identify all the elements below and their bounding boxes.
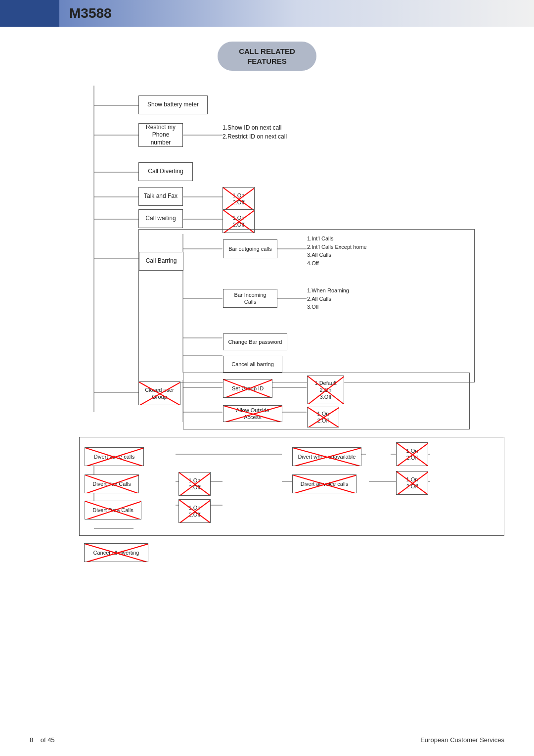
call-related-features-title: CALL RELATED FEATURES	[218, 42, 316, 71]
divert-all-voice-onoff: 1.On2.Off	[396, 471, 428, 495]
divert-data-onoff: 1.On2.Off	[178, 499, 211, 523]
cancel-all-barring-box: Cancel all barring	[223, 356, 282, 373]
divert-fax-box: Divert Fax Calls	[85, 474, 139, 493]
page-footer: 8 of 45 European Customer Services	[30, 736, 504, 744]
divert-voice-box: Divert voice calls	[85, 447, 144, 466]
divert-fax-onoff: 1.On2.Off	[178, 472, 211, 496]
divert-all-voice-box: Divert all voice calls	[292, 474, 356, 493]
diagram-area: Show battery meter Restrict myPhone numb…	[30, 86, 504, 729]
divert-outer-box: Divert voice calls Divert Fax Calls 1.On…	[79, 437, 504, 536]
call-barring-label: Call Barring	[139, 252, 183, 271]
talk-and-fax-box: Talk and Fax	[138, 187, 183, 206]
header-title-area: M3588	[59, 0, 534, 27]
model-number: M3588	[69, 5, 112, 21]
call-barring-outer-box: Call Barring Bar outgoing calls 1.Int'l …	[138, 229, 475, 382]
company-name: European Customer Services	[420, 736, 504, 744]
divert-unavailable-box: Divert when unavailable	[292, 447, 361, 466]
closed-user-group-box: Closed userGroup	[138, 381, 180, 405]
cancel-diverting-box: Cancel all diverting	[84, 543, 148, 562]
allow-outside-access-box: Allow Outside Access	[223, 405, 282, 422]
bar-incoming-options: 1.When Roaming 2.All Calls 3.Off	[307, 286, 349, 311]
bar-outgoing-box: Bar outgoing calls	[223, 239, 277, 258]
bar-incoming-box: Bar Incoming Calls	[223, 289, 277, 308]
bar-outgoing-options: 1.Int'l Calls 2.Int'l Calls Except home …	[307, 235, 367, 267]
set-group-id-box: Set Group ID	[223, 379, 272, 398]
page-number: 8 of 45	[30, 736, 55, 744]
header-blue-bar	[0, 0, 59, 27]
show-battery-box: Show battery meter	[138, 95, 208, 114]
main-content: CALL RELATED FEATURES	[0, 32, 534, 756]
call-diverting-box: Call Diverting	[138, 162, 193, 181]
divert-unavail-onoff: 1.On2.Off	[396, 442, 428, 466]
divert-data-box: Divert Data Calls	[85, 501, 141, 520]
talk-fax-onoff: 1.On2.Off	[222, 187, 255, 211]
outside-access-onoff: 1.On2.Off	[307, 407, 339, 427]
call-waiting-box: Call waiting	[138, 209, 183, 228]
restrict-options: 1.Show ID on next call 2.Restrict ID on …	[222, 123, 287, 141]
set-group-options: 1.Default2.On3.Off	[307, 376, 344, 404]
restrict-phone-box: Restrict myPhone number	[138, 123, 183, 147]
page-header: M3588	[0, 0, 534, 27]
change-bar-password-box: Change Bar password	[223, 333, 287, 350]
cug-inner-box: Set Group ID 1.Default2.On3.Off Allow Ou…	[183, 373, 470, 429]
